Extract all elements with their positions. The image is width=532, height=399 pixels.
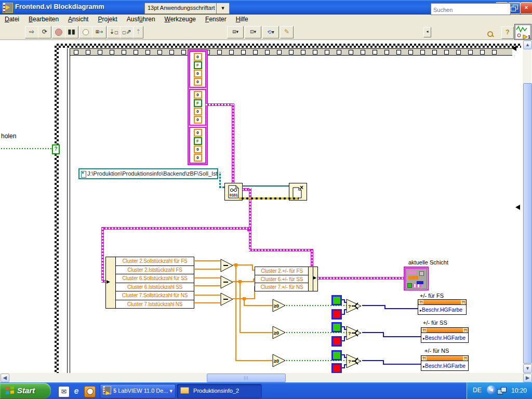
cluster-wire[interactable]: [311, 249, 313, 268]
network-icon[interactable]: [497, 387, 507, 394]
numeric-constant[interactable]: 0: [194, 91, 202, 99]
cluster-constant[interactable]: 0F00: [189, 51, 206, 88]
scroll-down-button[interactable]: ▼: [523, 364, 532, 373]
reorder-dropdown[interactable]: ⟲▾: [262, 26, 279, 38]
numeric-constant[interactable]: 0: [194, 116, 202, 124]
path-constant[interactable]: J:\Produktion\Produktionsinfo\Backend\zB…: [78, 168, 218, 179]
search-input[interactable]: [431, 3, 511, 15]
bundle-row[interactable]: Cluster 7.+/- für NS: [255, 283, 309, 291]
font-selector-dropdown[interactable]: ▾: [216, 3, 230, 14]
menu-item-ausführen[interactable]: Ausführen: [122, 16, 160, 23]
loop-tunnel[interactable]: ?: [52, 144, 60, 154]
greater-equal-zero-node[interactable]: ≥0: [272, 354, 286, 369]
color-wire[interactable]: [362, 305, 385, 306]
menu-item-projekt[interactable]: Projekt: [93, 16, 122, 23]
bundle-row[interactable]: Cluster 2.+/- für FS: [255, 267, 309, 275]
color-wire[interactable]: [383, 364, 422, 365]
refnum-wire[interactable]: [242, 185, 289, 187]
cluster-wire[interactable]: [232, 103, 234, 183]
numeric-wire[interactable]: [193, 269, 220, 270]
vi-icon[interactable]: 1: [514, 24, 531, 40]
vertical-scrollbar-thumb[interactable]: [523, 83, 532, 364]
greater-equal-zero-node[interactable]: ≥0: [272, 326, 286, 341]
align-objects-dropdown[interactable]: ⊟▾: [227, 26, 244, 38]
retain-wire-values-button[interactable]: ⊞➔: [92, 26, 107, 38]
select-node[interactable]: ?: [346, 298, 362, 316]
numeric-wire[interactable]: [193, 277, 220, 278]
select-node[interactable]: ?: [346, 353, 362, 371]
step-out-button[interactable]: ⇡: [133, 26, 143, 38]
color-wire[interactable]: [383, 336, 422, 337]
numeric-wire[interactable]: [240, 332, 272, 333]
group-dropdown-arrow[interactable]: ▾: [169, 384, 172, 397]
scroll-up-button[interactable]: ▲: [523, 41, 532, 49]
bundle-row[interactable]: Cluster 6.+/- für SS: [255, 275, 309, 283]
error-wire[interactable]: [239, 197, 299, 200]
sequence-border-top[interactable]: [70, 48, 512, 56]
language-indicator[interactable]: DE: [473, 387, 482, 394]
property-node[interactable]: ?!?! ▸Beschr.HGFarbe: [418, 299, 467, 315]
numeric-constant[interactable]: 0: [194, 145, 202, 153]
bundle-terminal[interactable]: ▶: [313, 267, 318, 291]
property-node[interactable]: ?!?! ▸Beschr.HGFarbe: [421, 355, 469, 371]
menu-item-datei[interactable]: Datei: [0, 16, 24, 23]
property-item[interactable]: ▸Beschr.HGFarbe: [421, 361, 468, 370]
menu-item-hilfe[interactable]: Hilfe: [231, 16, 253, 23]
unbundle-row[interactable]: Cluster 2.Sollstückzahl für FS: [116, 257, 194, 265]
run-button[interactable]: ⇨: [25, 26, 38, 38]
subtract-node[interactable]: [220, 292, 234, 309]
menu-item-fenster[interactable]: Fenster: [201, 16, 231, 23]
unbundle-node[interactable]: Cluster 2.Sollstückzahl für FS Cluster 2…: [115, 257, 194, 309]
property-item[interactable]: ▸Beschr.HGFarbe: [418, 305, 466, 314]
font-selector[interactable]: 13pt Anwendungsschriftart: [144, 3, 222, 14]
numeric-constant[interactable]: 0: [194, 154, 202, 162]
true-color-constant[interactable]: [331, 322, 342, 332]
search-dropdown-button[interactable]: ◂: [423, 27, 431, 37]
property-item[interactable]: ▸Beschr.HGFarbe: [421, 333, 468, 342]
pause-button[interactable]: ▮▮: [65, 26, 78, 38]
internet-explorer-icon[interactable]: e: [71, 386, 82, 396]
unbundle-row[interactable]: Cluster 2.Iststückzahl FS: [116, 265, 194, 274]
step-over-button[interactable]: ▢⇗: [120, 26, 134, 38]
bool-wire[interactable]: [1, 148, 53, 149]
numeric-wire[interactable]: [193, 302, 220, 303]
boolean-constant[interactable]: F: [194, 99, 202, 107]
hide-icons-chevron[interactable]: ◀: [487, 385, 496, 394]
unbundle-node-terminal[interactable]: ▶: [105, 257, 116, 309]
numeric-wire[interactable]: [235, 360, 272, 361]
numeric-wire[interactable]: [244, 305, 272, 306]
help-button[interactable]: ?: [501, 26, 514, 39]
cluster-constant[interactable]: 0F00: [189, 89, 206, 126]
sequence-border-left[interactable]: [67, 48, 70, 373]
cluster-wire[interactable]: [102, 227, 250, 230]
numeric-constant[interactable]: 0: [194, 129, 202, 137]
numeric-constant[interactable]: 0: [194, 70, 202, 77]
numeric-wire[interactable]: [193, 285, 220, 286]
run-continuous-button[interactable]: ⟳: [38, 26, 51, 38]
while-loop-border-left[interactable]: [55, 44, 59, 373]
menu-item-bearbeiten[interactable]: Bearbeiten: [24, 16, 63, 23]
outlook-express-icon[interactable]: ✉: [58, 386, 70, 397]
menu-item-ansicht[interactable]: Ansicht: [63, 16, 93, 23]
taskbar-group-labview[interactable]: ▶ 5 LabVIEW 11.0 De... ▾: [100, 384, 176, 398]
numeric-constant[interactable]: 0: [194, 78, 202, 86]
cluster-array-constant[interactable]: 0F000F000F00: [188, 49, 208, 165]
clock-app-icon[interactable]: [84, 386, 96, 397]
true-color-constant[interactable]: [331, 350, 342, 361]
numeric-wire[interactable]: [233, 281, 253, 282]
step-into-button[interactable]: ⇣▢: [107, 26, 121, 38]
numeric-constant[interactable]: 0: [194, 108, 202, 115]
highlight-execution-button[interactable]: [79, 26, 92, 38]
false-color-constant[interactable]: [331, 336, 342, 347]
greater-equal-zero-node[interactable]: ≥0: [272, 299, 286, 314]
boolean-constant[interactable]: F: [194, 137, 202, 145]
subtract-node[interactable]: [220, 258, 234, 275]
unbundle-row[interactable]: Cluster 6.Iststückzahl SS: [116, 283, 194, 291]
unbundle-row[interactable]: Cluster 6.Sollstückzahl für SS: [116, 274, 194, 283]
color-wire[interactable]: [384, 308, 419, 309]
path-wire[interactable]: [219, 172, 221, 188]
start-button[interactable]: Start: [0, 383, 51, 398]
cluster-indicator[interactable]: [404, 267, 429, 290]
cleanup-diagram-button[interactable]: ✎: [280, 26, 294, 38]
horizontal-scrollbar-thumb[interactable]: [207, 374, 286, 382]
